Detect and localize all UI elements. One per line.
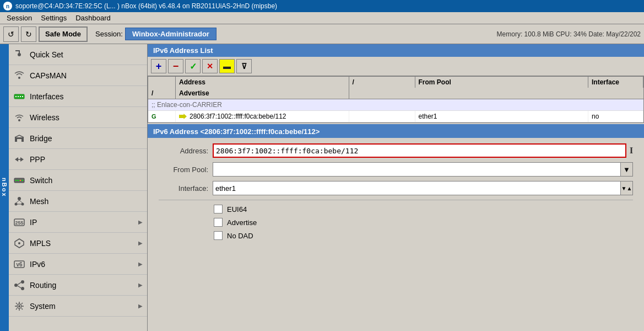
- undo-button[interactable]: ↺: [3, 26, 19, 42]
- arrow-icon: [179, 114, 187, 119]
- sidebar-item-label: PPP: [30, 155, 143, 164]
- table-row[interactable]: G 2806:3f7:1002::ffff:f0ca:bebe/112 ethe…: [148, 111, 643, 122]
- svg-point-26: [18, 242, 20, 244]
- sidebar-item-label: MPLS: [30, 239, 138, 248]
- routing-icon: [13, 279, 25, 291]
- sidebar-item-bridge[interactable]: Bridge: [9, 128, 147, 149]
- from-pool-row: From Pool: ▼: [159, 162, 633, 177]
- address-table: Address / From Pool Interface / Advertis…: [148, 76, 644, 123]
- remove-button[interactable]: −: [168, 59, 183, 73]
- row-from-pool: [349, 111, 415, 122]
- main-layout: nBox Quick Set CAPsMAN: [0, 44, 644, 331]
- header-slash2: /: [148, 88, 176, 99]
- interface-input[interactable]: ether1 ▼ ▲: [213, 181, 633, 195]
- row-flag: G: [148, 111, 176, 122]
- left-strip: nBox: [0, 44, 9, 331]
- svg-point-1: [18, 77, 20, 79]
- svg-line-42: [21, 303, 23, 304]
- svg-point-30: [21, 280, 24, 284]
- sidebar-item-label: Wireless: [30, 113, 143, 122]
- svg-rect-14: [18, 180, 19, 181]
- header-advertise: Advertise: [176, 88, 349, 99]
- sidebar-item-quick-set[interactable]: Quick Set: [9, 44, 147, 65]
- svg-point-31: [21, 287, 24, 290]
- svg-line-40: [16, 303, 17, 304]
- menu-bar: Session Settings Dashboard: [0, 12, 644, 24]
- sidebar-item-label: Bridge: [30, 134, 143, 143]
- row-advertise: no: [588, 111, 643, 122]
- from-pool-input[interactable]: ▼: [213, 162, 633, 177]
- capsman-icon: [13, 70, 25, 82]
- table-header: Address / From Pool Interface / Advertis…: [148, 77, 643, 99]
- sidebar-item-interfaces[interactable]: Interfaces: [9, 86, 147, 107]
- sidebar-item-ipv6[interactable]: v6 IPv6 ▶: [9, 254, 147, 275]
- sidebar-item-routing[interactable]: Routing ▶: [9, 275, 147, 296]
- no-dad-label: No DAD: [227, 232, 253, 240]
- sidebar-item-ppp[interactable]: PPP: [9, 149, 147, 170]
- mpls-arrow: ▶: [138, 240, 143, 246]
- interface-value: ether1: [213, 183, 620, 194]
- svg-line-41: [21, 308, 23, 309]
- svg-line-43: [16, 308, 17, 309]
- sidebar-item-mpls[interactable]: MPLS ▶: [9, 233, 147, 254]
- header-from-pool: From Pool: [415, 77, 589, 88]
- eui64-checkbox[interactable]: [214, 205, 223, 213]
- safe-mode-button[interactable]: Safe Mode: [39, 26, 88, 42]
- no-dad-checkbox-row: No DAD: [214, 231, 633, 240]
- menu-dashboard[interactable]: Dashboard: [71, 13, 115, 23]
- svg-rect-5: [20, 96, 21, 97]
- system-icon: [13, 300, 25, 312]
- wireless-icon: [13, 111, 25, 124]
- from-pool-label: From Pool:: [159, 166, 208, 174]
- row-advertise-value: no: [592, 113, 599, 120]
- header-flag: [148, 77, 176, 88]
- comment-button[interactable]: ▬: [219, 59, 235, 73]
- comment-text: ;; Enlace-con-CARRIER: [151, 101, 222, 109]
- svg-rect-15: [20, 180, 21, 181]
- menu-session[interactable]: Session: [2, 13, 36, 23]
- svg-point-7: [18, 119, 20, 121]
- sidebar-item-capsman[interactable]: CAPsMAN: [9, 65, 147, 86]
- row-address: 2806:3f7:1002::ffff:f0ca:bebe/112: [176, 111, 349, 122]
- interface-row: Interface: ether1 ▼ ▲: [159, 181, 633, 195]
- sidebar-item-ip[interactable]: 255 IP ▶: [9, 212, 147, 233]
- advertise-label: Advertise: [227, 218, 257, 227]
- title-text: soporte@C4:AD:34:7E:92:5C (L... ) nBox (…: [15, 2, 277, 10]
- interface-dropdown-arrow[interactable]: ▼ ▲: [620, 181, 632, 195]
- svg-line-32: [18, 282, 21, 285]
- sidebar-item-switch[interactable]: Switch: [9, 170, 147, 191]
- svg-line-20: [16, 200, 19, 203]
- routing-arrow: ▶: [138, 282, 143, 288]
- table-comment-row: ;; Enlace-con-CARRIER: [148, 99, 643, 111]
- sidebar-item-system[interactable]: System ▶: [9, 296, 147, 317]
- menu-settings[interactable]: Settings: [36, 13, 71, 23]
- sidebar-item-wireless[interactable]: Wireless: [9, 107, 147, 128]
- check-button[interactable]: ✓: [185, 59, 201, 73]
- no-dad-checkbox[interactable]: [214, 231, 223, 240]
- svg-text:v6: v6: [16, 261, 23, 268]
- panel-title: IPv6 Address List: [148, 44, 644, 57]
- cross-button[interactable]: ✕: [202, 59, 218, 73]
- mesh-icon: [13, 195, 25, 207]
- address-input[interactable]: [213, 143, 626, 158]
- ipv6-icon: v6: [13, 258, 25, 270]
- interface-arrow-icon: ▼: [621, 185, 627, 191]
- add-button[interactable]: +: [151, 59, 166, 73]
- title-bar: n soporte@C4:AD:34:7E:92:5C (L... ) nBox…: [0, 0, 644, 12]
- redo-button[interactable]: ↻: [21, 26, 36, 42]
- svg-rect-10: [15, 137, 24, 139]
- svg-line-21: [19, 200, 23, 203]
- redo-icon: ↻: [25, 30, 32, 39]
- svg-text:255: 255: [15, 220, 23, 226]
- undo-icon: ↺: [8, 30, 14, 39]
- filter-button[interactable]: ⊽: [236, 59, 252, 73]
- from-pool-dropdown-arrow[interactable]: ▼: [620, 163, 632, 176]
- svg-point-35: [18, 305, 20, 307]
- sidebar-item-mesh[interactable]: Mesh: [9, 191, 147, 212]
- ip-arrow: ▶: [138, 219, 143, 225]
- address-row: Address: 𝐈: [159, 143, 633, 158]
- svg-rect-16: [22, 180, 23, 181]
- svg-rect-3: [15, 96, 17, 97]
- advertise-checkbox[interactable]: [214, 218, 223, 227]
- panel-toolbar: + − ✓ ✕ ▬ ⊽: [148, 57, 644, 76]
